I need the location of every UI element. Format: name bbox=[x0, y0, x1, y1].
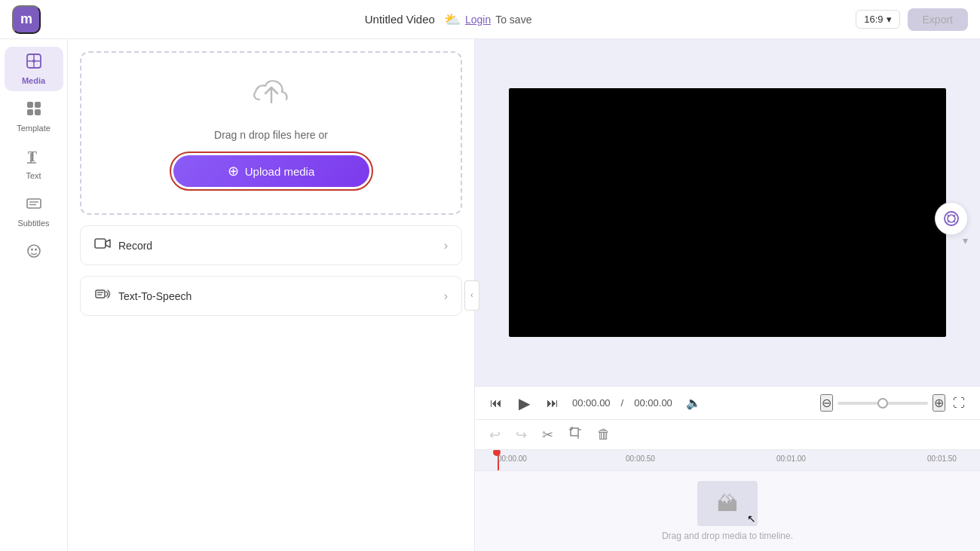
svg-rect-11 bbox=[27, 199, 41, 208]
ruler-tick-3: 00:01.50 bbox=[927, 455, 957, 463]
tts-left: Text-To-Speech bbox=[94, 287, 191, 305]
ruler-tick-2: 00:01.00 bbox=[776, 455, 806, 463]
zoom-out-button[interactable]: ⊖ bbox=[820, 394, 833, 412]
export-button[interactable]: Export bbox=[908, 8, 968, 31]
drag-drop-text: Drag n drop files here or bbox=[214, 129, 328, 141]
record-label: Record bbox=[118, 240, 152, 252]
scroll-down-icon: ▾ bbox=[963, 234, 968, 246]
mountain-icon: 🏔 bbox=[717, 491, 738, 516]
upload-cloud-icon bbox=[249, 75, 294, 118]
save-label: To save bbox=[495, 14, 531, 26]
timeline-placeholder: 🏔 ↖ Drag and drop media to timeline. bbox=[662, 481, 793, 541]
video-preview bbox=[475, 39, 980, 386]
sidebar-media-label: Media bbox=[22, 76, 45, 85]
sidebar-item-mask[interactable] bbox=[5, 237, 63, 269]
tts-item[interactable]: Text-To-Speech › bbox=[80, 276, 462, 316]
record-chevron-icon: › bbox=[444, 239, 448, 253]
total-time: 00:00.00 bbox=[634, 397, 672, 409]
sidebar-item-template[interactable]: Template bbox=[5, 94, 63, 139]
skip-forward-button[interactable]: ⏭ bbox=[544, 393, 562, 413]
play-button[interactable]: ▶ bbox=[516, 391, 533, 415]
upload-area: Drag n drop files here or ⊕ Upload media bbox=[80, 51, 462, 215]
drop-text: Drag and drop media to timeline. bbox=[662, 531, 793, 541]
upload-media-label: Upload media bbox=[245, 165, 315, 178]
svg-point-16 bbox=[35, 249, 37, 251]
cloud-icon: ⛅ bbox=[444, 11, 461, 28]
record-left: Record bbox=[94, 237, 152, 254]
sidebar-text-label: Text bbox=[26, 171, 41, 180]
svg-rect-7 bbox=[35, 109, 41, 115]
video-canvas bbox=[509, 88, 946, 337]
svg-point-21 bbox=[945, 212, 958, 225]
volume-button[interactable]: 🔈 bbox=[683, 393, 704, 413]
media-panel: Drag n drop files here or ⊕ Upload media… bbox=[68, 39, 475, 551]
crop-button[interactable] bbox=[566, 424, 584, 445]
top-bar: m Untitled Video ⛅ Login To save 16:9 ▾ … bbox=[0, 0, 980, 39]
svg-point-15 bbox=[31, 249, 33, 251]
record-icon bbox=[94, 237, 111, 254]
template-icon bbox=[26, 100, 42, 121]
player-controls: ⏮ ▶ ⏭ 00:00.00 / 00:00.00 🔈 ⊖ ⊕ ⛶ bbox=[475, 386, 980, 419]
time-separator: / bbox=[621, 397, 624, 409]
svg-point-14 bbox=[28, 245, 40, 257]
delete-button[interactable]: 🗑 bbox=[595, 424, 613, 445]
upload-button-wrapper: ⊕ Upload media bbox=[170, 152, 373, 191]
subtitles-icon bbox=[26, 195, 42, 216]
tts-label: Text-To-Speech bbox=[118, 290, 191, 302]
svg-rect-5 bbox=[35, 102, 41, 108]
video-title: Untitled Video bbox=[365, 13, 435, 26]
login-link[interactable]: Login bbox=[465, 14, 491, 26]
sidebar-item-text[interactable]: T Text bbox=[5, 142, 63, 186]
main-area: Media Template T Text bbox=[0, 39, 980, 551]
svg-text:T: T bbox=[28, 149, 37, 164]
timeline-thumb: 🏔 ↖ bbox=[697, 481, 758, 526]
plus-icon: ⊕ bbox=[228, 163, 239, 179]
aspect-ratio-label: 16:9 bbox=[864, 14, 883, 25]
sidebar: Media Template T Text bbox=[0, 39, 68, 551]
zoom-in-button[interactable]: ⊕ bbox=[933, 394, 945, 412]
timeline-tracks: 🏔 ↖ Drag and drop media to timeline. bbox=[475, 471, 980, 551]
svg-rect-18 bbox=[96, 290, 105, 298]
fullscreen-button[interactable]: ⛶ bbox=[950, 393, 968, 413]
svg-point-3 bbox=[32, 60, 35, 63]
text-icon: T bbox=[26, 148, 42, 168]
timeline-area: ↩ ↪ ✂ 🗑 00:00.00 bbox=[475, 419, 980, 551]
support-button[interactable] bbox=[935, 202, 968, 235]
collapse-panel-button[interactable]: ‹ bbox=[464, 280, 479, 311]
svg-rect-17 bbox=[95, 239, 106, 248]
cut-button[interactable]: ✂ bbox=[540, 424, 556, 445]
save-area: ⛅ Login To save bbox=[444, 11, 532, 28]
top-center: Untitled Video ⛅ Login To save bbox=[50, 11, 847, 28]
sidebar-template-label: Template bbox=[17, 124, 51, 133]
timeline-toolbar: ↩ ↪ ✂ 🗑 bbox=[475, 420, 980, 450]
sidebar-item-media[interactable]: Media bbox=[5, 47, 63, 91]
record-item[interactable]: Record › bbox=[80, 225, 462, 265]
preview-area: ▾ bbox=[475, 39, 980, 386]
chevron-down-icon: ▾ bbox=[887, 14, 892, 25]
mask-icon bbox=[26, 243, 42, 263]
upload-media-button[interactable]: ⊕ Upload media bbox=[173, 155, 369, 187]
redo-button[interactable]: ↪ bbox=[513, 424, 529, 445]
zoom-slider[interactable] bbox=[838, 402, 928, 405]
sidebar-subtitles-label: Subtitles bbox=[17, 219, 49, 228]
svg-rect-6 bbox=[27, 109, 33, 115]
timeline-ruler: 00:00.00 00:00.50 00:01.00 00:01.50 00:0… bbox=[475, 450, 980, 471]
media-icon bbox=[26, 53, 42, 73]
tts-icon bbox=[94, 287, 111, 305]
svg-rect-4 bbox=[27, 102, 33, 108]
undo-button[interactable]: ↩ bbox=[487, 424, 503, 445]
logo-button[interactable]: m bbox=[12, 5, 41, 34]
tts-chevron-icon: › bbox=[444, 289, 448, 303]
top-right: 16:9 ▾ Export bbox=[856, 8, 968, 31]
ruler-tick-0: 00:00.00 bbox=[498, 455, 527, 463]
skip-back-button[interactable]: ⏮ bbox=[487, 393, 505, 413]
zoom-controls: ⊖ ⊕ ⛶ bbox=[820, 393, 968, 413]
ruler-tick-1: 00:00.50 bbox=[626, 455, 655, 463]
current-time: 00:00.00 bbox=[572, 397, 611, 409]
sidebar-item-subtitles[interactable]: Subtitles bbox=[5, 189, 63, 234]
cursor-icon: ↖ bbox=[747, 513, 756, 525]
aspect-ratio-button[interactable]: 16:9 ▾ bbox=[856, 10, 899, 29]
